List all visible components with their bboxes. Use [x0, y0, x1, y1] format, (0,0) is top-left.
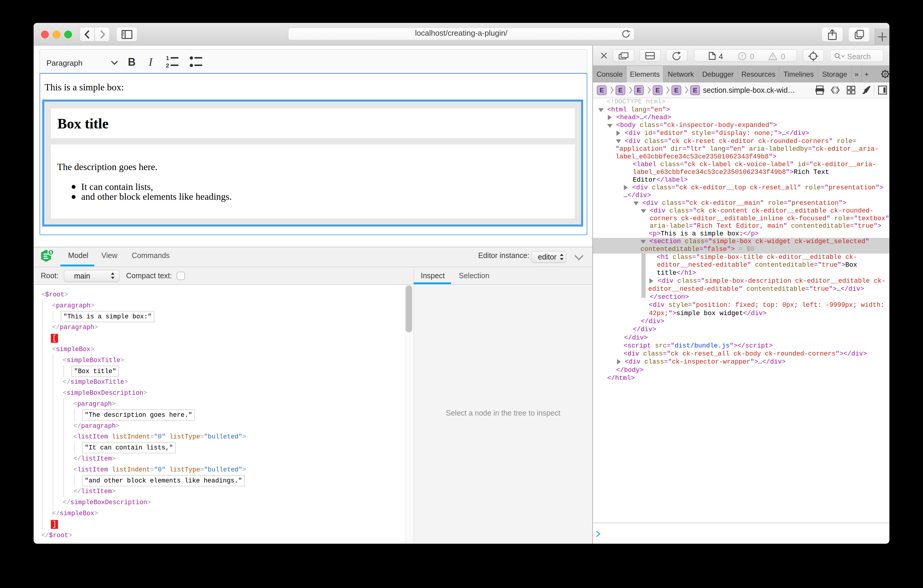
svg-text:1: 1: [166, 55, 169, 61]
svg-text:2: 2: [166, 62, 169, 68]
svg-text:5: 5: [50, 250, 52, 255]
